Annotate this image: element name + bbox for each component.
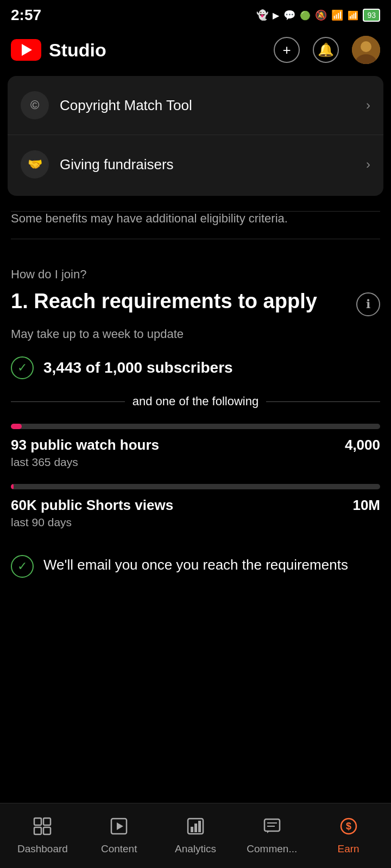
giving-fundraisers-item[interactable]: 🤝 Giving fundraisers ›	[8, 135, 383, 194]
nav-actions: + 🔔	[274, 36, 380, 64]
checkmark-icon: ✓	[17, 361, 27, 375]
svg-text:$: $	[346, 821, 351, 832]
shorts-views-current: 60K public Shorts views	[11, 497, 173, 513]
shorts-views-target: 10M	[352, 497, 380, 514]
and-divider: and one of the following	[11, 394, 380, 409]
copyright-icon: ©	[30, 98, 39, 112]
notifications-button[interactable]: 🔔	[313, 37, 339, 63]
shorts-views-section: 60K public Shorts views last 90 days 10M	[11, 484, 380, 529]
svg-rect-6	[43, 827, 51, 834]
svg-rect-13	[264, 819, 280, 831]
status-icons: 👻 ▶ 💬 🟢 🔕 📶 📶 93	[256, 9, 380, 22]
app-title: Studio	[49, 40, 106, 61]
avatar[interactable]	[352, 36, 380, 64]
dashboard-label: Dashboard	[17, 843, 68, 855]
play-triangle	[22, 44, 32, 56]
shorts-views-progress-fill	[11, 484, 14, 489]
check-icon-subscribers: ✓	[11, 356, 34, 379]
svg-rect-3	[34, 818, 41, 825]
section-divider	[11, 239, 380, 239]
watch-hours-sublabel: last 365 days	[11, 456, 159, 469]
menu-item-left-2: 🤝 Giving fundraisers	[21, 150, 174, 178]
analytics-icon	[186, 817, 205, 840]
dashboard-icon	[33, 817, 52, 840]
earn-label: Earn	[338, 843, 360, 855]
and-line-right	[266, 401, 380, 402]
watch-hours-section: 93 public watch hours last 365 days 4,00…	[11, 424, 380, 469]
info-icon: ℹ	[366, 297, 370, 311]
and-text: and one of the following	[133, 394, 258, 409]
bottom-nav: Dashboard Content Analytics	[0, 803, 391, 868]
youtube-studio-logo	[11, 39, 41, 61]
tab-earn[interactable]: $ Earn	[310, 810, 387, 861]
top-nav: Studio + 🔔	[0, 28, 391, 72]
signal-icon: 📶	[348, 10, 358, 21]
chevron-right-icon: ›	[366, 98, 370, 113]
app-icon: 🟢	[300, 10, 311, 21]
fundraisers-label: Giving fundraisers	[60, 156, 174, 173]
fundraisers-icon: 🤝	[28, 157, 42, 171]
comments-label: Commen...	[247, 843, 297, 855]
svg-point-1	[361, 41, 371, 52]
add-button[interactable]: +	[274, 37, 300, 63]
earn-icon: $	[339, 817, 358, 840]
subscribers-text: 3,443 of 1,000 subscribers	[43, 359, 233, 376]
tab-content[interactable]: Content	[81, 810, 157, 861]
youtube-icon: ▶	[273, 10, 279, 21]
copyright-match-tool-item[interactable]: © Copyright Match Tool ›	[8, 76, 383, 135]
subscribers-check-row: ✓ 3,443 of 1,000 subscribers	[11, 356, 380, 379]
email-checkmark-icon: ✓	[17, 559, 27, 573]
svg-rect-4	[43, 818, 51, 825]
mute-icon: 🔕	[315, 9, 327, 21]
messages-icon: 💬	[283, 9, 295, 21]
watch-hours-progress-bar	[11, 424, 380, 429]
tab-comments[interactable]: Commen...	[234, 810, 310, 861]
snapchat-icon: 👻	[256, 9, 268, 21]
watch-hours-progress-fill	[11, 424, 22, 429]
step-title: 1. Reach requirements to apply	[11, 289, 356, 314]
svg-rect-5	[34, 827, 41, 834]
fundraisers-icon-circle: 🤝	[21, 150, 49, 178]
shorts-views-row: 60K public Shorts views last 90 days 10M	[11, 497, 380, 529]
shorts-views-progress-bar	[11, 484, 380, 489]
bottom-spacer	[0, 597, 391, 673]
svg-rect-10	[191, 827, 193, 832]
email-text: We'll email you once you reach the requi…	[43, 555, 348, 575]
how-label: How do I join?	[11, 267, 380, 282]
analytics-label: Analytics	[175, 843, 216, 855]
battery-icon: 93	[363, 9, 380, 22]
copyright-icon-circle: ©	[21, 91, 49, 119]
and-line-left	[11, 401, 125, 402]
watch-hours-left: 93 public watch hours last 365 days	[11, 437, 159, 469]
info-button[interactable]: ℹ	[356, 292, 380, 316]
add-icon: +	[282, 42, 291, 59]
step-title-row: 1. Reach requirements to apply ℹ	[11, 289, 380, 316]
status-bar: 2:57 👻 ▶ 💬 🟢 🔕 📶 📶 93	[0, 0, 391, 28]
copyright-match-label: Copyright Match Tool	[60, 97, 192, 114]
shorts-views-sublabel: last 90 days	[11, 516, 173, 529]
chevron-right-icon-2: ›	[366, 157, 370, 172]
tab-dashboard[interactable]: Dashboard	[4, 810, 81, 861]
check-icon-email: ✓	[11, 555, 34, 578]
update-note: May take up to a week to update	[11, 327, 380, 341]
watch-hours-row: 93 public watch hours last 365 days 4,00…	[11, 437, 380, 469]
watch-hours-target: 4,000	[345, 437, 380, 454]
logo-area: Studio	[11, 39, 106, 61]
bell-icon: 🔔	[318, 42, 334, 58]
status-time: 2:57	[11, 7, 41, 24]
wifi-icon: 📶	[331, 9, 343, 21]
tab-analytics[interactable]: Analytics	[157, 810, 234, 861]
svg-rect-11	[194, 824, 197, 832]
shorts-views-left: 60K public Shorts views last 90 days	[11, 497, 173, 529]
svg-rect-12	[198, 821, 201, 832]
watch-hours-current: 93 public watch hours	[11, 437, 159, 453]
content-label: Content	[101, 843, 137, 855]
menu-item-left: © Copyright Match Tool	[21, 91, 192, 119]
menu-card: © Copyright Match Tool › 🤝 Giving fundra…	[8, 76, 383, 196]
benefits-note-section: Some benefits may have additional eligib…	[0, 198, 391, 228]
join-section: How do I join? 1. Reach requirements to …	[0, 250, 391, 597]
email-notify-row: ✓ We'll email you once you reach the req…	[11, 544, 380, 589]
avatar-image	[352, 36, 380, 64]
content-icon	[110, 817, 128, 840]
svg-marker-8	[117, 822, 123, 830]
